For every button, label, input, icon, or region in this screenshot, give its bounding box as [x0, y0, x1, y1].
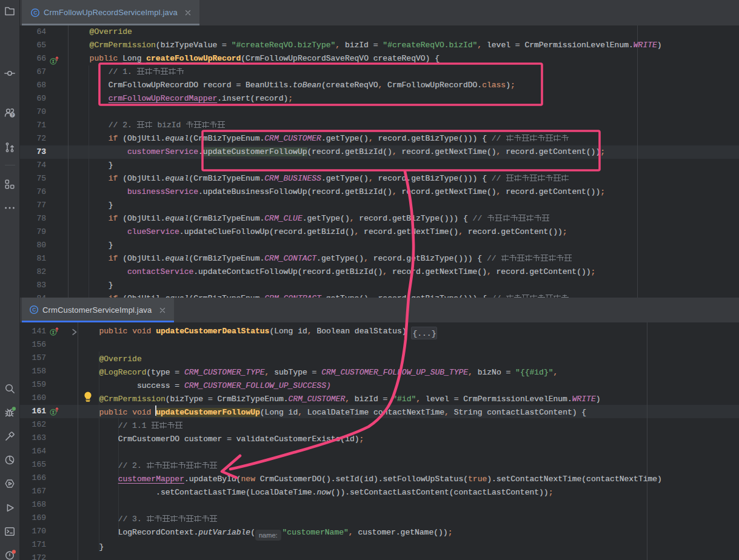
svg-text:?: ?: [11, 113, 13, 117]
svg-text:C: C: [33, 10, 37, 16]
svg-text:C: C: [32, 307, 36, 313]
